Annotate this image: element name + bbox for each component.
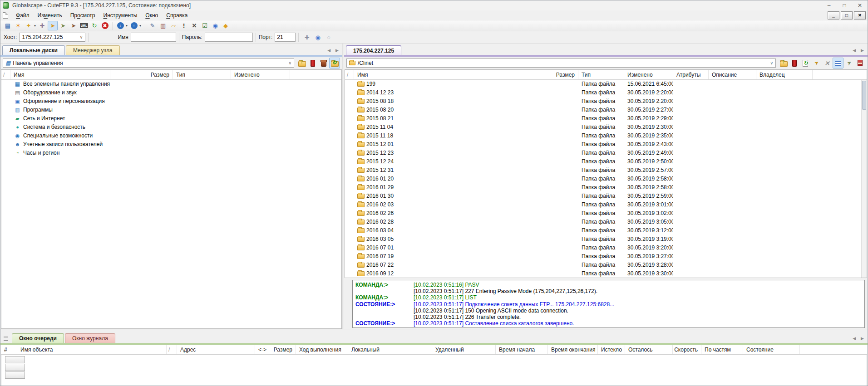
shield-icon[interactable]: ◆ xyxy=(221,21,231,30)
list-item[interactable]: Сеть и Интернет xyxy=(1,114,341,123)
column-header-Истекло[interactable]: Истекло xyxy=(598,345,625,354)
table-row[interactable]: 2015 11 04Папка файла30.05.2019 2:30:00 xyxy=(345,123,861,132)
pointer-gear-icon[interactable] xyxy=(843,58,854,68)
chevron-down-icon[interactable]: ∨ xyxy=(77,35,83,39)
scroll-left-icon[interactable]: ◀ xyxy=(853,48,856,53)
column-header-sort[interactable]: <-> xyxy=(255,345,273,354)
delete-x-icon[interactable] xyxy=(822,58,833,68)
menu-item-Просмотр[interactable]: Просмотр xyxy=(66,10,99,20)
column-header-Описание[interactable]: Описание xyxy=(709,70,756,79)
table-row[interactable]: 2015 08 20Папка файла30.05.2019 2:27:00 xyxy=(345,106,861,114)
column-header-Скорость[interactable]: Скорость xyxy=(673,345,701,354)
quick-connect-icon[interactable]: ✚ xyxy=(37,21,47,30)
local-path-combo[interactable]: Панель управления ∨ xyxy=(3,59,294,68)
column-header-Тип[interactable]: Тип xyxy=(578,70,624,79)
disconnect-book-icon[interactable] xyxy=(789,58,800,68)
table-row[interactable]: 2016 03 05Папка файла30.05.2019 3:19:00 xyxy=(345,235,861,244)
stop-icon[interactable]: ✖ xyxy=(100,21,110,30)
url-page-icon[interactable]: URL xyxy=(79,21,89,30)
table-row[interactable]: 2016 07 19Папка файла30.05.2019 3:27:00 xyxy=(345,252,861,261)
column-header-sort[interactable]: / xyxy=(345,70,354,79)
username-input[interactable] xyxy=(131,33,176,42)
scroll-right-icon[interactable]: ▶ xyxy=(861,336,864,341)
password-input[interactable] xyxy=(205,33,253,42)
list-item[interactable]: Все элементы панели управления xyxy=(1,80,341,88)
menu-item-Справка[interactable]: Справка xyxy=(162,10,192,20)
table-row[interactable]: 2015 12 31Папка файла30.05.2019 2:57:00 xyxy=(345,166,861,175)
column-header-Атрибуты[interactable]: Атрибуты xyxy=(673,70,709,79)
table-row[interactable]: 199Папка файла15.06.2021 6:45:00 xyxy=(345,80,861,88)
list-item[interactable]: Оформление и персонализация xyxy=(1,97,341,106)
priority-icon[interactable]: ! xyxy=(179,21,189,30)
column-header-Осталось[interactable]: Осталось xyxy=(625,345,673,354)
upload-icon[interactable]: ↑ xyxy=(129,21,139,30)
chevron-down-icon[interactable]: ∨ xyxy=(767,61,773,65)
disconnect-book-icon[interactable] xyxy=(307,58,318,68)
edit-document-icon[interactable]: ✎ xyxy=(148,21,158,30)
refresh-folder-icon[interactable] xyxy=(329,58,340,68)
scrollbar-thumb[interactable] xyxy=(862,81,866,110)
column-header-Локальный[interactable]: Локальный xyxy=(348,345,432,354)
table-row[interactable]: 2016 02 28Папка файла30.05.2019 3:05:00 xyxy=(345,218,861,226)
minimize-button[interactable]: – xyxy=(821,0,837,10)
table-row[interactable]: 2016 07 01Папка файла30.05.2019 3:20:00 xyxy=(345,244,861,252)
column-header-Размер[interactable]: Размер xyxy=(110,70,173,79)
scroll-right-icon[interactable]: ▶ xyxy=(861,48,864,53)
table-row[interactable]: 2016 01 30Папка файла30.05.2019 2:59:00 xyxy=(345,192,861,200)
column-header-Изменено[interactable]: Изменено xyxy=(624,70,673,79)
restore-button[interactable]: □ xyxy=(837,0,852,10)
download-icon-dropdown[interactable]: ▾ xyxy=(126,24,128,28)
mdi-close-button[interactable]: ✕ xyxy=(854,11,866,20)
menu-item-Файл[interactable]: Файл xyxy=(12,10,34,20)
tab-site-manager[interactable]: Менеджер узла xyxy=(66,45,120,55)
column-header-sort[interactable]: / xyxy=(167,345,177,354)
host-combo[interactable]: 175.204.227.125 ∨ xyxy=(19,33,85,42)
new-folder-icon[interactable]: ▱ xyxy=(168,21,178,30)
column-header-#[interactable]: # xyxy=(1,345,17,354)
tab-local-drives[interactable]: Локальные диски xyxy=(2,45,65,55)
delete-icon[interactable]: ✕ xyxy=(189,21,199,30)
table-row[interactable]: 2015 11 18Папка файла30.05.2019 2:35:00 xyxy=(345,132,861,140)
pointer-icon[interactable] xyxy=(811,58,822,68)
column-header-Имяобъекта[interactable]: Имя объекта xyxy=(17,345,167,354)
table-row[interactable]: 2015 08 21Папка файла30.05.2019 2:29:00 xyxy=(345,114,861,123)
scroll-left-icon[interactable]: ◀ xyxy=(327,48,330,53)
select-pointer-icon[interactable]: ➤ xyxy=(48,21,58,30)
close-button[interactable]: ✕ xyxy=(852,0,868,10)
pointer-settings-icon[interactable]: ➤ xyxy=(58,21,68,30)
column-header-Имя[interactable]: Имя xyxy=(10,70,110,79)
column-header-Почастям[interactable]: По частям xyxy=(701,345,743,354)
upload-icon-dropdown[interactable]: ▾ xyxy=(139,24,141,28)
tab-log-window[interactable]: Окно журнала xyxy=(65,333,115,343)
column-header-Состояние[interactable]: Состояние xyxy=(743,345,800,354)
table-row[interactable]: 2014 12 23Папка файла30.05.2019 2:20:00 xyxy=(345,88,861,97)
drag-grip-icon[interactable] xyxy=(4,337,8,341)
chevron-down-icon[interactable]: ∨ xyxy=(286,61,291,65)
list-view-icon[interactable] xyxy=(833,58,843,68)
scroll-left-icon[interactable]: ◀ xyxy=(853,336,856,341)
table-row[interactable]: 2016 02 26Папка файла30.05.2019 3:02:00 xyxy=(345,209,861,218)
connection-wizard-icon[interactable]: ✶ xyxy=(13,21,23,30)
menu-item-Изменить[interactable]: Изменить xyxy=(34,10,66,20)
vertical-scrollbar[interactable] xyxy=(861,80,867,278)
view-document-icon[interactable]: ▥ xyxy=(158,21,168,30)
list-item[interactable]: Часы и регион xyxy=(1,149,341,157)
scroll-right-icon[interactable]: ▶ xyxy=(335,48,339,53)
table-row[interactable]: 2016 01 29Папка файла30.05.2019 2:58:00 xyxy=(345,183,861,192)
table-row[interactable]: 2016 02 03Папка файла30.05.2019 3:01:00 xyxy=(345,200,861,209)
site-manager-icon[interactable]: ▤ xyxy=(3,21,13,30)
table-row[interactable]: 2015 12 24Папка файла30.05.2019 2:50:00 xyxy=(345,157,861,166)
checklist-icon[interactable]: ☑ xyxy=(200,21,210,30)
list-item[interactable]: Система и безопасность xyxy=(1,123,341,132)
column-header-Адрес[interactable]: Адрес xyxy=(177,345,255,354)
table-row[interactable]: 2016 01 20Папка файла30.05.2019 2:58:00 xyxy=(345,175,861,183)
column-header-Удаленный[interactable]: Удаленный xyxy=(432,345,496,354)
new-item-icon-dropdown[interactable]: ▾ xyxy=(34,24,36,28)
globe-icon[interactable]: ◉ xyxy=(312,32,323,42)
tab-queue-window[interactable]: Окно очереди xyxy=(12,333,64,343)
pointer-block-icon[interactable]: ➤ xyxy=(69,21,79,30)
column-header-Владелец[interactable]: Владелец xyxy=(756,70,813,79)
column-header-Размер[interactable]: Размер xyxy=(500,70,578,79)
sphere-icon[interactable]: ○ xyxy=(323,32,334,42)
port-input[interactable] xyxy=(275,33,296,42)
